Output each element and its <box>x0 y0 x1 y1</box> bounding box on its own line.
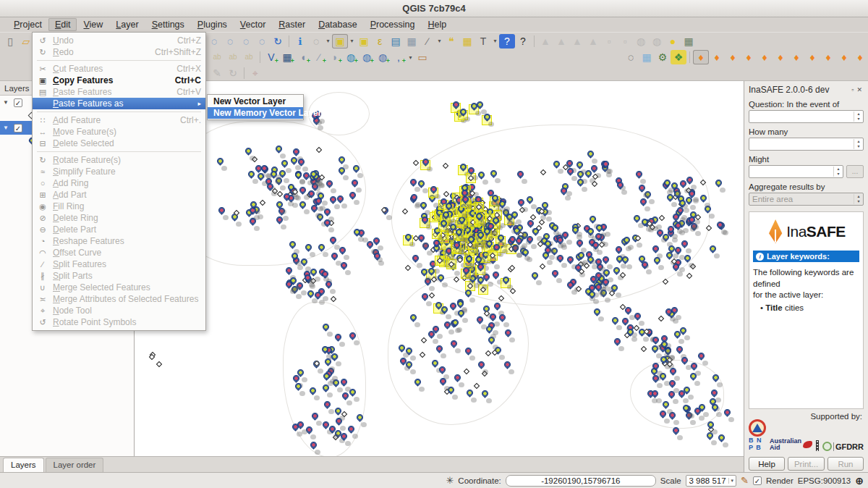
style-dot-button[interactable]: ● <box>665 34 681 49</box>
zoom-in-button[interactable]: ◌ <box>222 34 238 49</box>
new-shapefile-layer-button[interactable]: ▭ <box>414 50 430 64</box>
panel-tab-layers[interactable]: Layers <box>3 458 44 472</box>
function-select[interactable]: ▴▾ <box>749 165 843 178</box>
add-raster-layer-button[interactable]: ▦+ <box>279 50 295 64</box>
add-vector-layer-button[interactable]: V+ <box>263 50 279 64</box>
map-tips-button[interactable]: ❝ <box>443 34 459 49</box>
gfdrr-logo: GFDRR <box>822 442 864 451</box>
spinner-icons[interactable]: ▴▾ <box>854 112 863 122</box>
inasafe-keywords-button[interactable]: ♦ <box>709 50 725 64</box>
plugin-button[interactable]: ❖ <box>671 50 686 64</box>
zoom-full-button[interactable]: ◌ <box>206 34 222 49</box>
deselect-button[interactable]: ▣ <box>356 34 372 49</box>
chevron-down-icon[interactable]: ▾ <box>348 38 356 44</box>
new-project-button[interactable]: ▯ <box>2 34 18 49</box>
toolbar-separator <box>689 51 690 63</box>
pin-marker-icon <box>723 408 733 417</box>
map-canvas[interactable] <box>135 81 744 456</box>
exposure-select[interactable]: ▴▾ <box>749 138 864 151</box>
attribute-table-button[interactable]: ▤ <box>388 34 404 49</box>
chevron-down-icon[interactable]: ▾ <box>728 478 736 484</box>
add-delimited-text-layer-button[interactable]: ,+ <box>391 50 407 64</box>
menu-database[interactable]: Database <box>312 18 364 31</box>
menu-item-undo: ↺UndoCtrl+Z <box>33 35 205 46</box>
scale-combo[interactable]: 3 988 517 ▾ <box>686 475 737 487</box>
menu-view[interactable]: View <box>77 18 109 31</box>
field-calculator-button[interactable]: ▦ <box>404 34 420 49</box>
add-spatialite-layer-button[interactable]: ∕+ <box>311 50 327 64</box>
layer-checkbox[interactable]: ✓ <box>14 98 22 107</box>
label-abc-edit-button: ab <box>241 50 257 64</box>
title-bar[interactable]: QGIS 7cb79c4 <box>0 0 868 17</box>
inasafe-impact-report-button[interactable]: ♦ <box>773 50 788 64</box>
menu-layer[interactable]: Layer <box>109 18 145 31</box>
zoom-last-button[interactable]: ◌ <box>238 34 254 49</box>
function-options-button[interactable]: ... <box>846 165 864 178</box>
run-button: Run <box>827 457 864 471</box>
aggregate-select[interactable]: Entire area ▴▾ <box>749 193 864 206</box>
menu-separator <box>37 112 201 112</box>
whats-this-button[interactable]: ? <box>515 34 531 49</box>
inasafe-extent-selector-button[interactable]: ♦ <box>852 50 868 64</box>
inasafe-batch-runner-button[interactable]: ♦ <box>788 50 804 64</box>
coordinate-input[interactable] <box>506 475 656 487</box>
menu-edit[interactable]: Edit <box>48 18 77 31</box>
new-bookmark-button[interactable]: ▦ <box>459 34 475 49</box>
menu-item-copy-features[interactable]: ▣Copy FeaturesCtrl+C <box>33 75 205 86</box>
select-rectangle-button[interactable]: ▣ <box>332 34 348 49</box>
coordinate-capture-icon[interactable]: ✳ <box>446 475 454 486</box>
help-button[interactable]: Help <box>749 457 785 471</box>
identify-button[interactable]: ℹ <box>292 34 308 49</box>
expand-icon[interactable]: ▼ <box>3 125 10 131</box>
menu-help[interactable]: Help <box>421 18 453 31</box>
chevron-down-icon[interactable]: ▾ <box>435 38 443 44</box>
undock-icon[interactable]: ▫ <box>850 86 855 93</box>
inasafe-dock-button[interactable]: ♦ <box>693 50 709 64</box>
hazard-select[interactable]: ▴▾ <box>749 110 864 123</box>
add-wcs-layer-button[interactable]: ◍+ <box>359 50 375 64</box>
menu-project[interactable]: Project <box>7 18 48 31</box>
layer-checkbox[interactable]: ✓ <box>14 124 22 132</box>
submenu-item-new-vector-layer[interactable]: New Vector Layer <box>208 96 303 107</box>
add-wfs-layer-button[interactable]: ◍+ <box>375 50 391 64</box>
scale-edit-icon[interactable]: ✎ <box>741 475 749 486</box>
help-contents-button[interactable]: ? <box>499 34 515 49</box>
menu-item-simplify-feature: ≈Simplify Feature <box>33 166 205 177</box>
inasafe-minimum-needs-button[interactable]: ♦ <box>757 50 773 64</box>
measure-button[interactable]: ∕ <box>420 34 435 49</box>
menu-item-paste-features-as[interactable]: Paste Features as▸ <box>33 98 205 109</box>
inasafe-add-layers-button[interactable]: ♦ <box>836 50 852 64</box>
zoom-next-button[interactable]: ◌ <box>254 34 270 49</box>
inasafe-impact-functions-button[interactable]: ♦ <box>725 50 741 64</box>
crs-status-icon[interactable]: ⊕ <box>855 475 864 487</box>
spinner-icons[interactable]: ▴▾ <box>854 139 863 149</box>
text-annotation-button[interactable]: T <box>475 34 491 49</box>
menu-processing[interactable]: Processing <box>364 18 422 31</box>
toolbox-button[interactable]: ⚙ <box>655 50 671 64</box>
menu-plugins[interactable]: Plugins <box>191 18 234 31</box>
chevron-down-icon[interactable]: ▾ <box>491 38 499 44</box>
panel-tab-layer-order[interactable]: Layer order <box>46 458 104 472</box>
menu-vector[interactable]: Vector <box>234 18 272 31</box>
image-frame-button[interactable]: ▦ <box>681 34 697 49</box>
inasafe-osm-downloader-button[interactable]: ♦ <box>820 50 836 64</box>
submenu-item-new-memory-vector-layer[interactable]: New Memory Vector Layer <box>208 107 303 119</box>
processing-grid-button[interactable]: ▦ <box>639 50 655 64</box>
select-expression-button[interactable]: ε <box>372 34 388 49</box>
zoom-native-button[interactable]: ◌ <box>308 34 324 49</box>
inasafe-save-scenario-button[interactable]: ♦ <box>804 50 820 64</box>
render-checkbox[interactable]: ✓ <box>753 476 762 485</box>
menu-raster[interactable]: Raster <box>272 18 312 31</box>
search-button[interactable]: ◌ <box>623 50 639 64</box>
add-postgis-layer-button[interactable]: ◖+ <box>295 50 311 64</box>
chevron-down-icon[interactable]: ▾ <box>407 54 414 61</box>
expand-icon[interactable]: ▼ <box>3 99 10 106</box>
add-mssql-layer-button[interactable]: ◗+ <box>327 50 343 64</box>
close-icon[interactable]: ✕ <box>855 86 864 93</box>
spinner-icons[interactable]: ▴▾ <box>833 167 843 177</box>
add-wms-layer-button[interactable]: ◍+ <box>343 50 359 64</box>
refresh-button[interactable]: ↻ <box>270 34 286 49</box>
chevron-down-icon[interactable]: ▾ <box>324 38 332 44</box>
inasafe-options-button[interactable]: ♦ <box>741 50 757 64</box>
menu-settings[interactable]: Settings <box>145 18 191 31</box>
